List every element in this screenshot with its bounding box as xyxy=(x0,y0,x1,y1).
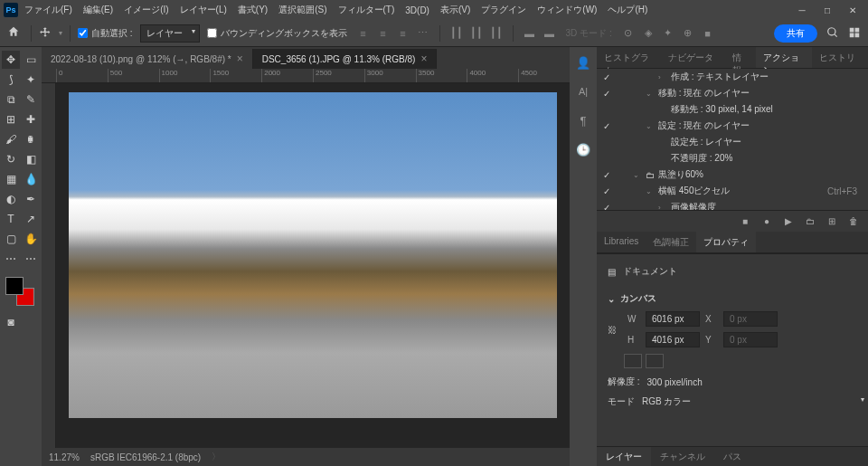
panel-icon[interactable]: A| xyxy=(573,81,593,101)
eraser-tool[interactable]: ◧ xyxy=(22,150,40,168)
menu-layer[interactable]: レイヤー(L) xyxy=(175,2,231,18)
stop-icon[interactable]: ■ xyxy=(738,214,752,229)
hand-tool[interactable]: ✋ xyxy=(22,230,40,248)
path-tool[interactable]: ↗ xyxy=(22,210,40,228)
link-icon[interactable]: ⛓ xyxy=(608,325,617,335)
menu-view[interactable]: 表示(V) xyxy=(436,2,475,18)
blur-tool[interactable]: 💧 xyxy=(22,170,40,188)
tab-layers[interactable]: レイヤー xyxy=(597,447,651,467)
edit-toolbar[interactable]: ⋯ xyxy=(22,250,40,268)
close-icon[interactable]: × xyxy=(420,52,427,65)
action-row[interactable]: ✓⌄移動 : 現在 のレイヤー xyxy=(597,85,868,101)
gradient-tool[interactable]: ▦ xyxy=(2,170,20,188)
document-tab[interactable]: 2022-08-18 (10).png @ 112% (→, RGB/8#) *… xyxy=(42,49,253,69)
canvas-section[interactable]: ⌄カンバス xyxy=(608,289,857,309)
history-brush-tool[interactable]: ↻ xyxy=(2,150,20,168)
move-tool[interactable]: ✥ xyxy=(2,51,20,69)
frame-tool[interactable]: ⊞ xyxy=(2,110,20,128)
home-icon[interactable] xyxy=(7,25,24,42)
distribute-v-icon[interactable]: ▬ xyxy=(541,24,559,43)
foreground-color[interactable] xyxy=(5,277,24,295)
zoom-tool[interactable]: ⋯ xyxy=(2,250,20,268)
action-row[interactable]: ✓⌄横幅 450ピクセルCtrl+F3 xyxy=(597,183,868,199)
brush-tool[interactable]: 🖌 xyxy=(2,130,20,148)
tab-channels[interactable]: チャンネル xyxy=(651,447,714,467)
workspace-icon[interactable] xyxy=(848,26,861,41)
canvas[interactable] xyxy=(56,83,570,448)
pen-tool[interactable]: ✒ xyxy=(22,190,40,208)
action-row[interactable]: ✓⌄設定 : 現在 のレイヤー xyxy=(597,118,868,134)
color-profile[interactable]: sRGB IEC61966-2.1 (8bpc) xyxy=(90,452,201,462)
close-button[interactable]: ✕ xyxy=(841,2,864,18)
minimize-button[interactable]: ─ xyxy=(790,2,814,18)
heal-tool[interactable]: ✚ xyxy=(22,110,40,128)
history-panel-icon[interactable]: 🕒 xyxy=(573,139,593,159)
crop-tool[interactable]: ⧉ xyxy=(2,90,20,109)
lasso-tool[interactable]: ⟆ xyxy=(2,71,20,89)
menu-help[interactable]: ヘルプ(H) xyxy=(603,2,652,18)
auto-select-checkbox[interactable]: 自動選択 : xyxy=(78,27,133,40)
record-icon[interactable]: ● xyxy=(760,214,774,229)
action-row[interactable]: ✓›作成 : テキストレイヤー xyxy=(597,69,868,85)
tab-navigator[interactable]: ナビゲーター xyxy=(661,47,725,68)
play-icon[interactable]: ▶ xyxy=(781,214,796,229)
menu-image[interactable]: イメージ(I) xyxy=(119,2,173,18)
show-bounds-checkbox[interactable]: バウンディングボックスを表示 xyxy=(207,27,347,40)
action-row[interactable]: ✓⌄🗀黒塗り60% xyxy=(597,166,868,183)
align-center-icon[interactable]: ≡ xyxy=(374,24,392,43)
search-icon[interactable] xyxy=(826,26,839,41)
tab-histogram[interactable]: ヒストグラム xyxy=(597,47,661,68)
panel-icon[interactable]: ¶ xyxy=(573,110,593,130)
panel-icon[interactable]: 👤 xyxy=(573,52,593,72)
shape-tool[interactable]: ▢ xyxy=(2,230,20,248)
menu-filter[interactable]: フィルター(T) xyxy=(334,2,400,18)
color-swatches[interactable] xyxy=(5,277,34,306)
tab-properties[interactable]: プロパティ xyxy=(696,232,756,252)
menu-plugin[interactable]: プラグイン xyxy=(476,2,531,18)
more-icon[interactable]: ⋯ xyxy=(414,24,432,43)
portrait-button[interactable] xyxy=(624,354,642,368)
new-icon[interactable]: ⊞ xyxy=(825,214,839,229)
tab-actions[interactable]: アクション xyxy=(756,47,812,68)
tab-info[interactable]: 情報 xyxy=(725,47,756,68)
landscape-button[interactable] xyxy=(646,354,664,368)
align-right-icon[interactable]: ≡ xyxy=(394,24,412,43)
tab-adjustments[interactable]: 色調補正 xyxy=(646,232,696,252)
action-row[interactable]: 移動先 : 30 pixel, 14 pixel xyxy=(597,101,868,118)
action-row[interactable]: ✓›画像解像度 xyxy=(597,199,868,210)
action-row[interactable]: 設定先 : レイヤー xyxy=(597,134,868,150)
mode-select[interactable]: RGB カラー▾ xyxy=(642,395,741,408)
marquee-tool[interactable]: ▭ xyxy=(22,51,40,69)
distribute-icon[interactable]: ┃┃ xyxy=(448,24,466,43)
tab-libraries[interactable]: Libraries xyxy=(597,232,646,252)
distribute-icon[interactable]: ┃┃ xyxy=(487,24,505,43)
stamp-tool[interactable]: ⧯ xyxy=(22,130,40,148)
zoom-level[interactable]: 11.27% xyxy=(49,452,80,462)
quick-mask-tool[interactable]: ◙ xyxy=(2,313,20,331)
menu-select[interactable]: 選択範囲(S) xyxy=(274,2,331,18)
menu-file[interactable]: ファイル(F) xyxy=(20,2,77,18)
trash-icon[interactable]: 🗑 xyxy=(846,214,861,229)
height-field[interactable] xyxy=(646,332,700,347)
folder-icon[interactable]: 🗀 xyxy=(803,214,817,229)
width-field[interactable] xyxy=(646,311,700,327)
distribute-h-icon[interactable]: ▬ xyxy=(521,24,539,43)
document-tab[interactable]: DSC_3656 (1).JPG @ 11.3% (RGB/8)× xyxy=(253,49,438,69)
eyedropper-tool[interactable]: ✎ xyxy=(22,90,40,109)
wand-tool[interactable]: ✦ xyxy=(22,71,40,89)
document-image[interactable] xyxy=(69,92,557,418)
menu-edit[interactable]: 編集(E) xyxy=(79,2,118,18)
close-icon[interactable]: × xyxy=(237,52,243,65)
distribute-icon[interactable]: ┃┃ xyxy=(467,24,486,43)
ruler-horizontal[interactable]: 050010001500200025003000350040004500 xyxy=(42,69,570,83)
auto-select-target[interactable]: レイヤー ▾ xyxy=(140,24,200,43)
type-tool[interactable]: T xyxy=(2,210,20,228)
align-left-icon[interactable]: ≡ xyxy=(354,24,373,43)
share-button[interactable]: 共有 xyxy=(774,24,817,43)
maximize-button[interactable]: □ xyxy=(816,2,839,18)
tab-paths[interactable]: パス xyxy=(714,447,750,467)
action-row[interactable]: 不透明度 : 20% xyxy=(597,150,868,166)
menu-3d[interactable]: 3D(D) xyxy=(401,4,434,17)
menu-window[interactable]: ウィンドウ(W) xyxy=(533,2,601,18)
tab-history[interactable]: ヒストリー xyxy=(812,47,868,68)
